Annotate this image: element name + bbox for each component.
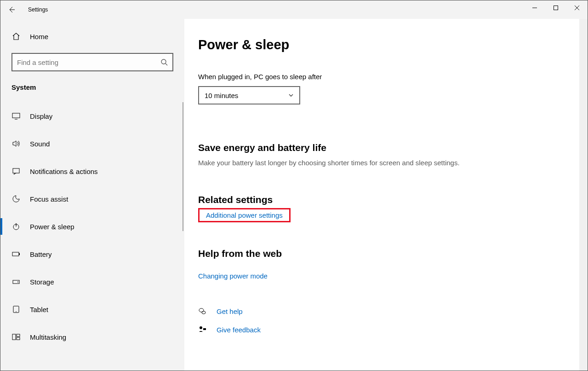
page-title: Power & sleep xyxy=(198,37,574,52)
sound-icon xyxy=(11,139,21,148)
maximize-icon xyxy=(554,6,558,10)
feedback-icon xyxy=(198,325,206,334)
home-label: Home xyxy=(30,33,48,41)
chevron-down-icon xyxy=(288,93,294,98)
svg-point-14 xyxy=(16,311,17,312)
sleep-value: 10 minutes xyxy=(205,92,238,99)
sidebar-item-sound[interactable]: Sound xyxy=(0,130,181,157)
sidebar-item-label: Sound xyxy=(30,140,50,148)
close-icon xyxy=(575,6,579,10)
main-scrollbar[interactable] xyxy=(579,19,588,371)
energy-desc: Make your battery last longer by choosin… xyxy=(198,159,574,167)
sidebar-item-notifications[interactable]: Notifications & actions xyxy=(0,157,181,185)
maximize-button[interactable] xyxy=(545,0,566,15)
svg-point-18 xyxy=(199,308,204,312)
window-title: Settings xyxy=(28,6,48,13)
sidebar-item-storage[interactable]: Storage xyxy=(0,268,181,296)
sleep-dropdown[interactable]: 10 minutes xyxy=(198,86,300,104)
back-button[interactable] xyxy=(0,0,23,19)
svg-line-3 xyxy=(166,64,167,65)
sidebar-item-multitasking[interactable]: Multitasking xyxy=(0,323,181,351)
svg-rect-6 xyxy=(13,168,19,173)
sidebar-item-label: Power & sleep xyxy=(30,223,74,231)
svg-rect-10 xyxy=(19,253,20,255)
sidebar-item-power-sleep[interactable]: Power & sleep xyxy=(0,213,181,240)
give-feedback-link[interactable]: Give feedback xyxy=(217,326,261,334)
highlighted-link-box: Additional power settings xyxy=(198,208,291,222)
sidebar-item-label: Tablet xyxy=(30,306,48,313)
svg-rect-9 xyxy=(12,252,19,256)
titlebar: Settings xyxy=(0,0,588,19)
sidebar-item-label: Focus assist xyxy=(30,195,68,203)
sidebar-scrollbar[interactable] xyxy=(183,102,183,231)
main-content: Power & sleep When plugged in, PC goes t… xyxy=(184,19,588,371)
get-help-icon xyxy=(198,307,206,315)
tablet-icon xyxy=(11,305,21,313)
related-heading: Related settings xyxy=(198,194,574,205)
home-icon xyxy=(11,32,21,41)
svg-point-19 xyxy=(202,311,206,314)
sidebar-item-label: Battery xyxy=(30,250,52,258)
svg-rect-15 xyxy=(12,334,16,340)
svg-point-2 xyxy=(161,59,166,64)
get-help-row[interactable]: Get help xyxy=(198,302,574,320)
help-heading: Help from the web xyxy=(198,248,574,259)
search-field[interactable] xyxy=(17,58,160,66)
sidebar: Home System Display Sound xyxy=(0,19,184,371)
sidebar-item-tablet[interactable]: Tablet xyxy=(0,296,181,323)
power-icon xyxy=(11,222,21,231)
svg-rect-1 xyxy=(554,6,558,10)
minimize-button[interactable] xyxy=(524,0,545,15)
close-button[interactable] xyxy=(566,0,588,15)
give-feedback-row[interactable]: Give feedback xyxy=(198,320,574,339)
sidebar-item-label: Display xyxy=(30,112,52,120)
sidebar-item-label: Storage xyxy=(30,278,54,286)
display-icon xyxy=(11,112,21,120)
sidebar-item-label: Notifications & actions xyxy=(30,168,98,175)
battery-icon xyxy=(11,250,21,258)
sidebar-item-focus-assist[interactable]: Focus assist xyxy=(0,185,181,213)
window-controls xyxy=(524,0,588,15)
svg-rect-21 xyxy=(203,328,206,330)
svg-rect-16 xyxy=(17,334,20,336)
multitasking-icon xyxy=(11,333,21,341)
svg-point-12 xyxy=(17,282,18,283)
sidebar-item-battery[interactable]: Battery xyxy=(0,240,181,268)
changing-power-mode-link[interactable]: Changing power mode xyxy=(198,272,574,280)
home-nav[interactable]: Home xyxy=(0,23,184,49)
arrow-left-icon xyxy=(8,6,15,13)
search-input[interactable] xyxy=(11,53,173,71)
minimize-icon xyxy=(532,6,537,10)
additional-power-settings-link[interactable]: Additional power settings xyxy=(206,211,283,219)
focus-assist-icon xyxy=(11,195,21,203)
sidebar-item-label: Multitasking xyxy=(30,333,66,341)
category-heading: System xyxy=(0,80,184,102)
notifications-icon xyxy=(11,167,21,175)
get-help-link[interactable]: Get help xyxy=(217,307,243,315)
svg-rect-4 xyxy=(12,113,20,118)
sleep-label: When plugged in, PC goes to sleep after xyxy=(198,73,574,81)
sidebar-item-display[interactable]: Display xyxy=(0,102,181,130)
svg-point-20 xyxy=(200,326,202,329)
search-icon xyxy=(160,58,168,66)
energy-heading: Save energy and battery life xyxy=(198,142,574,153)
storage-icon xyxy=(11,278,21,286)
svg-rect-17 xyxy=(17,337,20,340)
